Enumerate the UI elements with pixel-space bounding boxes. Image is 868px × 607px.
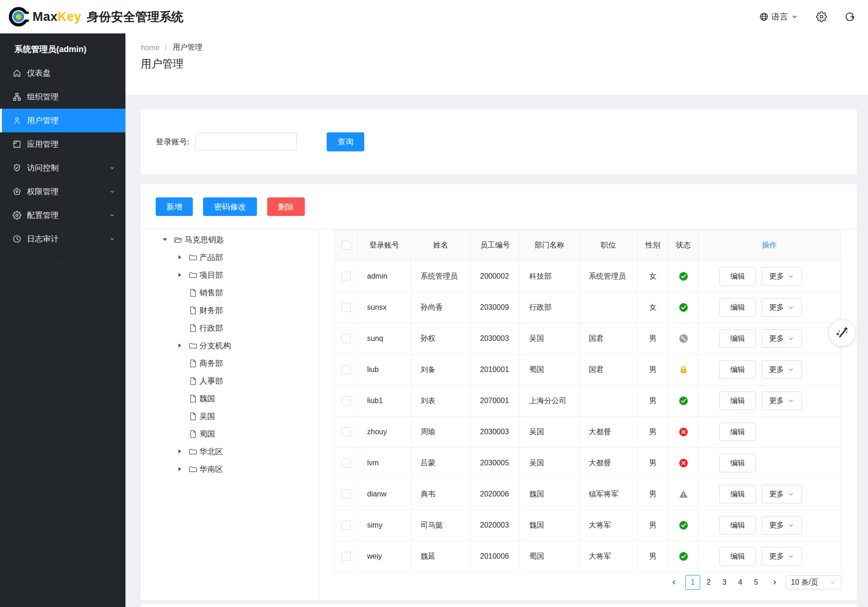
cell-actions: 编辑 更多 — [698, 510, 841, 541]
table-row: simy 司马懿 2020003 魏国 大将军 男 编辑 更多 — [334, 510, 841, 541]
edit-button[interactable]: 编辑 — [719, 516, 756, 535]
prev-page-button[interactable] — [670, 579, 679, 586]
more-button[interactable]: 更多 — [762, 547, 802, 566]
tree-node[interactable]: 销售部 — [141, 284, 319, 301]
tree-node[interactable]: 商务部 — [141, 354, 319, 372]
row-checkbox[interactable] — [342, 521, 351, 530]
language-switcher[interactable]: 语言 — [759, 11, 798, 22]
cell-name: 孙尚香 — [411, 292, 470, 323]
row-checkbox[interactable] — [342, 490, 351, 499]
page-button-5[interactable]: 5 — [749, 575, 763, 590]
tree-node[interactable]: 产品部 — [141, 248, 319, 266]
page-button-4[interactable]: 4 — [733, 575, 748, 590]
change-password-button[interactable]: 密码修改 — [203, 197, 257, 216]
more-button[interactable]: 更多 — [762, 392, 802, 410]
tree-node[interactable]: 华北区 — [141, 443, 319, 460]
page-button-2[interactable]: 2 — [701, 575, 716, 590]
tree-node[interactable]: 财务部 — [141, 301, 319, 319]
caret-right-icon[interactable] — [177, 342, 183, 349]
cell-account: admin — [357, 261, 411, 292]
cell-account: weiy — [357, 541, 411, 572]
row-checkbox[interactable] — [342, 272, 351, 281]
cell-name: 吕蒙 — [411, 448, 470, 478]
breadcrumb-separator: / — [165, 44, 167, 52]
edit-button[interactable]: 编辑 — [719, 267, 756, 286]
sidebar-item-org[interactable]: 组织管理 — [0, 85, 125, 109]
sidebar-item-permission[interactable]: 权限管理 — [0, 180, 125, 203]
edit-button[interactable]: 编辑 — [719, 454, 756, 472]
caret-right-icon[interactable] — [177, 254, 183, 261]
tree-node[interactable]: 行政部 — [141, 319, 319, 337]
tree-node[interactable]: 人事部 — [141, 372, 319, 390]
logout-icon[interactable] — [845, 12, 855, 22]
more-button[interactable]: 更多 — [762, 329, 802, 348]
status-error-icon — [679, 427, 688, 437]
caret-down-icon[interactable] — [162, 236, 168, 243]
tree-node[interactable]: 项目部 — [141, 266, 319, 284]
tree-node[interactable]: 蜀国 — [141, 425, 319, 443]
breadcrumb-home-link[interactable]: home — [141, 44, 159, 52]
next-page-button[interactable] — [770, 579, 779, 586]
sidebar-item-user[interactable]: 用户管理 — [0, 109, 125, 132]
more-button[interactable]: 更多 — [762, 298, 802, 317]
tree-node[interactable]: 华南区 — [141, 460, 319, 478]
caret-right-icon[interactable] — [177, 448, 183, 455]
sidebar-item-access[interactable]: 访问控制 — [0, 156, 125, 180]
row-checkbox[interactable] — [342, 427, 351, 437]
row-checkbox[interactable] — [342, 458, 351, 468]
cell-status — [668, 510, 698, 541]
settings-gear-icon[interactable] — [816, 11, 827, 22]
chevron-down-icon — [787, 490, 795, 498]
cell-employee-id: 2000002 — [470, 261, 519, 292]
edit-button[interactable]: 编辑 — [719, 329, 756, 348]
page-size-select[interactable]: 10 条/页 — [786, 575, 842, 589]
login-account-input[interactable] — [195, 133, 297, 150]
tree-node[interactable]: 魏国 — [141, 390, 319, 407]
chevron-right-icon — [771, 579, 778, 586]
tree-node[interactable]: 分支机构 — [141, 337, 319, 354]
row-checkbox[interactable] — [342, 552, 351, 561]
edit-button[interactable]: 编辑 — [719, 298, 756, 317]
sidebar-item-audit[interactable]: 日志审计 — [0, 227, 125, 251]
row-checkbox[interactable] — [342, 365, 351, 374]
more-button[interactable]: 更多 — [762, 267, 802, 286]
edit-button[interactable]: 编辑 — [719, 360, 756, 379]
edit-button[interactable]: 编辑 — [719, 547, 756, 566]
edit-button[interactable]: 编辑 — [719, 423, 756, 441]
sidebar-item-dashboard[interactable]: 仪表盘 — [0, 61, 125, 85]
query-button[interactable]: 查询 — [327, 132, 364, 151]
page-button-3[interactable]: 3 — [717, 575, 732, 590]
menu-fold-button[interactable] — [0, 253, 125, 275]
config-icon — [13, 211, 21, 220]
row-checkbox[interactable] — [342, 396, 351, 405]
more-button[interactable]: 更多 — [762, 360, 802, 379]
file-icon — [189, 359, 197, 368]
tree-node[interactable]: 吴国 — [141, 407, 319, 425]
table-header-5: 职位 — [579, 230, 637, 261]
table-header-3: 员工编号 — [470, 230, 519, 261]
page-button-1[interactable]: 1 — [685, 575, 700, 590]
cell-department: 蜀国 — [519, 541, 579, 572]
cell-gender: 男 — [637, 479, 668, 509]
select-all-checkbox[interactable] — [342, 241, 351, 250]
brand-name: MaxKey — [33, 10, 81, 24]
caret-right-icon[interactable] — [177, 272, 183, 278]
delete-button[interactable]: 删除 — [267, 197, 305, 216]
add-button[interactable]: 新增 — [156, 197, 193, 216]
edit-button[interactable]: 编辑 — [719, 485, 756, 503]
edit-button[interactable]: 编辑 — [719, 392, 756, 410]
row-checkbox[interactable] — [342, 303, 351, 312]
row-checkbox[interactable] — [342, 334, 351, 343]
sidebar-item-config[interactable]: 配置管理 — [0, 203, 125, 227]
more-button[interactable]: 更多 — [762, 516, 802, 535]
chevron-down-icon — [787, 397, 795, 405]
caret-right-icon[interactable] — [177, 466, 183, 472]
cell-employee-id: 2030003 — [470, 323, 519, 354]
table-body: admin 系统管理员 2000002 科技部 系统管理员 女 编辑 更多 su… — [334, 261, 841, 572]
cell-account: dianw — [357, 479, 411, 509]
tree-node-label: 项目部 — [199, 270, 223, 281]
sidebar-item-app[interactable]: 应用管理 — [0, 132, 125, 156]
more-button[interactable]: 更多 — [762, 485, 802, 503]
tree-node[interactable]: 马克思钥匙 — [141, 231, 319, 248]
tree-node-label: 华北区 — [199, 446, 223, 457]
